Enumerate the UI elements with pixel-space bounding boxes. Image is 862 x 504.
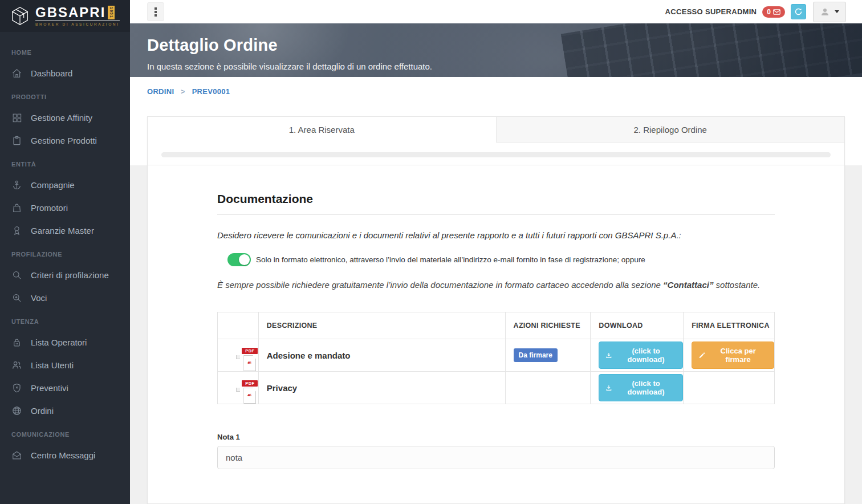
documents-table: DESCRIZIONE AZIONI RICHIESTE DOWNLOAD FI…	[217, 312, 775, 404]
documentation-intro: Desidero ricevere le comunicazioni e i d…	[217, 230, 775, 240]
section-comunicazione: COMUNICAZIONE	[0, 422, 130, 444]
page-hero: Dettaglio Ordine In questa sezione è pos…	[130, 23, 862, 77]
wizard-tabs: 1. Area Riservata 2. Riepilogo Ordine	[148, 117, 844, 143]
shield-icon	[11, 383, 22, 393]
document-description: Privacy	[258, 372, 505, 404]
sidebar-item-compagnie[interactable]: Compagnie	[0, 173, 130, 196]
note-bold-text: “Contattaci”	[663, 280, 713, 290]
ribbon-icon	[11, 225, 22, 236]
envelope-icon	[773, 9, 780, 15]
sidebar-item-promotori[interactable]: Promotori	[0, 196, 130, 219]
section-profilazione: PROFILAZIONE	[0, 242, 130, 263]
sidebar-item-label: Lista Utenti	[31, 360, 74, 370]
bag-icon	[11, 202, 22, 213]
sidebar-item-criteri-profilazione[interactable]: Criteri di profilazione	[0, 263, 130, 286]
ellipsis-dot	[154, 14, 157, 17]
download-button[interactable]: (click to download)	[599, 342, 683, 369]
user-icon	[820, 7, 830, 17]
refresh-button[interactable]	[791, 4, 806, 19]
brand-cube-icon	[9, 5, 31, 27]
people-icon	[11, 360, 22, 371]
sidebar-item-preventivi[interactable]: Preventivi	[0, 376, 130, 399]
section-utenza: UTENZA	[0, 309, 130, 331]
section-entita: ENTITÀ	[0, 152, 130, 173]
sidebar-item-lista-utenti[interactable]: Lista Utenti	[0, 353, 130, 376]
sidebar-item-gestione-prodotti[interactable]: Gestione Prodotti	[0, 129, 130, 152]
sidebar-item-label: Preventivi	[31, 383, 68, 393]
download-button-label: (click to download)	[616, 347, 676, 364]
sidebar-item-label: Gestione Prodotti	[31, 136, 97, 145]
download-button[interactable]: (click to download)	[599, 374, 683, 401]
brand-logo[interactable]: GBSAPRI 1951 BROKER DI ASSICURAZIONI	[0, 0, 130, 32]
header-firma-elettronica: FIRMA ELETTRONICA	[684, 312, 775, 339]
sidebar-toggle-button[interactable]	[147, 2, 164, 21]
sidebar-item-label: Centro Messaggi	[31, 450, 95, 460]
nota1-label: Nota 1	[217, 433, 775, 441]
electronic-format-label: Solo in formato elettronico, attraverso …	[256, 255, 645, 264]
sidebar-item-garanzie-master[interactable]: Garanzie Master	[0, 219, 130, 242]
status-badge: Da firmare	[514, 348, 558, 362]
messages-count: 0	[767, 8, 771, 16]
brand-name: GBSAPRI	[35, 6, 105, 19]
sidebar-item-ordini[interactable]: Ordini	[0, 399, 130, 422]
sidebar-item-lista-operatori[interactable]: Lista Operatori	[0, 331, 130, 353]
paper-format-note: È sempre possibile richiedere gratuitame…	[217, 280, 775, 290]
sidebar-item-label: Criteri di profilazione	[31, 270, 109, 280]
globe-icon	[11, 405, 22, 416]
topbar: ACCESSO SUPERADMIN 0	[130, 0, 862, 23]
documentation-title: Documentazione	[217, 192, 775, 206]
user-menu-button[interactable]	[813, 2, 846, 22]
sidebar-item-dashboard[interactable]: Dashboard	[0, 62, 130, 84]
sign-button[interactable]: Clicca per firmare	[692, 342, 774, 369]
messages-badge[interactable]: 0	[762, 6, 785, 18]
electronic-format-toggle[interactable]	[227, 253, 251, 266]
sidebar-item-label: Gestione Affinity	[31, 113, 92, 123]
content-area: ORDINI > PREV0001 1. Area Riservata 2. R…	[130, 77, 862, 504]
divider	[217, 214, 775, 215]
mail-open-icon	[11, 450, 22, 461]
section-prodotti: PRODOTTI	[0, 84, 130, 106]
pencil-icon	[698, 352, 705, 359]
access-level-label: ACCESSO SUPERADMIN	[665, 7, 757, 16]
search-icon	[11, 270, 22, 281]
sidebar-item-label: Garanzie Master	[31, 226, 94, 235]
wizard-card: 1. Area Riservata 2. Riepilogo Ordine Do…	[147, 116, 845, 504]
note-text: È sempre possibile richiedere gratuitame…	[217, 280, 663, 290]
documentation-section: Documentazione Desidero ricevere le comu…	[148, 165, 844, 503]
search-plus-icon	[11, 292, 22, 303]
download-icon	[605, 384, 612, 392]
sidebar-item-gestione-affinity[interactable]: Gestione Affinity	[0, 106, 130, 129]
header-descrizione: DESCRIZIONE	[258, 312, 505, 339]
sidebar-nav: HOME Dashboard PRODOTTI Gestione Affinit…	[0, 32, 130, 466]
clipboard-icon	[11, 135, 22, 146]
download-icon	[605, 352, 612, 359]
header-icon-col	[218, 312, 259, 339]
note-text: sottostante.	[713, 280, 760, 290]
home-icon	[11, 68, 22, 79]
breadcrumb-separator: >	[181, 88, 185, 96]
nota1-input[interactable]	[217, 446, 775, 469]
page-subtitle: In questa sezione è possibile visualizza…	[147, 62, 432, 71]
sidebar-item-label: Voci	[31, 293, 47, 303]
tab-area-riservata[interactable]: 1. Area Riservata	[148, 117, 496, 143]
section-home: HOME	[0, 40, 130, 62]
app-window: GBSAPRI 1951 BROKER DI ASSICURAZIONI HOM…	[0, 0, 862, 504]
tab-riepilogo-ordine[interactable]: 2. Riepilogo Ordine	[496, 117, 845, 143]
sidebar-item-voci[interactable]: Voci	[0, 286, 130, 309]
refresh-icon	[794, 7, 803, 16]
breadcrumb: ORDINI > PREV0001	[130, 77, 862, 96]
sidebar-item-centro-messaggi[interactable]: Centro Messaggi	[0, 444, 130, 466]
sidebar: GBSAPRI 1951 BROKER DI ASSICURAZIONI HOM…	[0, 0, 130, 504]
page-title: Dettaglio Ordine	[147, 36, 432, 55]
breadcrumb-prev0001[interactable]: PREV0001	[192, 87, 230, 96]
lock-icon	[11, 337, 22, 348]
chevron-down-icon	[835, 10, 839, 13]
breadcrumb-ordini[interactable]: ORDINI	[147, 87, 174, 96]
table-row: ☙PDF Privacy (click to download)	[218, 372, 775, 404]
sidebar-item-label: Compagnie	[31, 180, 75, 190]
brand-tagline: BROKER DI ASSICURAZIONI	[35, 22, 120, 26]
sidebar-item-label: Lista Operatori	[31, 338, 87, 347]
sidebar-item-label: Dashboard	[31, 68, 72, 78]
anchor-icon	[11, 180, 22, 190]
sidebar-item-label: Promotori	[31, 203, 68, 213]
